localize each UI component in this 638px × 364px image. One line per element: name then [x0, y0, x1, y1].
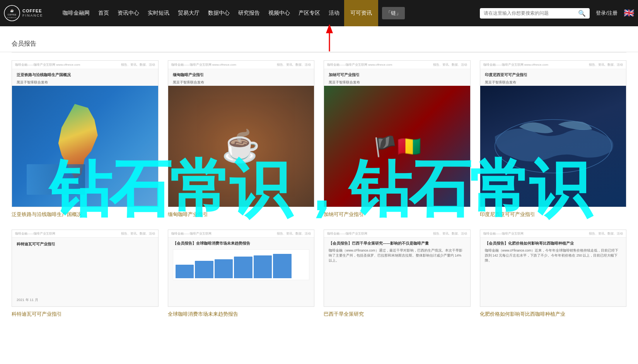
svg-text:FINANCE: FINANCE — [7, 17, 17, 19]
report-title-1: 泛亚铁路与沿线咖啡生产国概况 — [12, 69, 158, 79]
svg-text:☕: ☕ — [10, 9, 14, 12]
report-card-4[interactable]: 咖啡金融——咖啡产业互联网 www.cffnnce.com 报告、资讯、数据、活… — [480, 60, 627, 218]
report-image-3: 🏴󠁧󠁢󠥳󠁣󠁴󠁿🇬🇳 — [324, 86, 470, 207]
nav-item-activity[interactable]: 活动 — [325, 0, 343, 26]
logo-area[interactable]: ☕ COFFEE FINANCE COFFEE FINANCE — [4, 5, 58, 21]
report-thumbnail-3: 咖啡金融——咖啡产业互联网 www.cffnnce.com 报告、资讯、数据、活… — [324, 60, 471, 207]
search-box: 🔍 — [480, 8, 590, 19]
report-card-5[interactable]: 咖啡金融——咖啡产业互联网 报告、资讯、数据、活动 科特迪瓦可可产业指引 202… — [12, 230, 159, 318]
nav-item-logo-cn[interactable]: 咖啡金融网 — [59, 0, 94, 26]
nav-item-research[interactable]: 研究报告 — [234, 0, 264, 26]
logo-icon: ☕ COFFEE FINANCE — [4, 5, 20, 21]
nav-item-info[interactable]: 资讯中心 — [114, 0, 143, 26]
logo-text-bottom: FINANCE — [22, 14, 43, 18]
report-header-strip-1: 咖啡金融——咖啡产业互联网 www.cffnnce.com 报告、资讯、数据、活… — [12, 61, 158, 69]
svg-point-0 — [4, 5, 20, 21]
report-card-8[interactable]: 咖啡金融——咖啡产业互联网 报告、资讯、数据、活动 【会员报告】化肥价格如何影响… — [480, 230, 627, 318]
report-card-3[interactable]: 咖啡金融——咖啡产业互联网 www.cffnnce.com 报告、资讯、数据、活… — [324, 60, 471, 218]
nav-item-home[interactable]: 首页 — [94, 0, 113, 26]
reports-row-2: 咖啡金融——咖啡产业互联网 报告、资讯、数据、活动 科特迪瓦可可产业指引 202… — [12, 230, 626, 318]
nav-item-news[interactable]: 实时短讯 — [144, 0, 173, 26]
logo-text-top: COFFEE — [22, 9, 43, 14]
report-card-6[interactable]: 咖啡金融——咖啡产业互联网 报告、资讯、数据、活动 【会员报告】全球咖啡消费市场… — [168, 230, 315, 318]
nav-item-cacao[interactable]: 可可资讯 — [344, 0, 378, 26]
report-header-strip-6: 咖啡金融——咖啡产业互联网 报告、资讯、数据、活动 — [168, 230, 314, 238]
nav-item-trade[interactable]: 贸易大厅 — [174, 0, 203, 26]
main-nav: 咖啡金融网 首页 资讯中心 实时短讯 贸易大厅 数据中心 研究报告 视频中心 产… — [59, 0, 479, 26]
report-card-1[interactable]: 咖啡金融——咖啡产业互联网 www.cffnnce.com 报告、资讯、数据、活… — [12, 60, 159, 218]
report-name-1[interactable]: 泛亚铁路与沿线咖啡生产国概况 — [12, 211, 159, 218]
report-card-2[interactable]: 咖啡金融——咖啡产业互联网 www.cffnnce.com 报告、资讯、数据、活… — [168, 60, 315, 218]
report-thumbnail-4: 咖啡金融——咖啡产业互联网 www.cffnnce.com 报告、资讯、数据、活… — [480, 60, 627, 207]
report-thumbnail-7: 咖啡金融——咖啡产业互联网 报告、资讯、数据、活动 【会员报告】巴西干旱全策研究… — [324, 230, 471, 307]
report-title-6: 【会员报告】全球咖啡消费市场未来趋势报告 — [173, 241, 310, 246]
report-name-3[interactable]: 加纳可可产业指引 — [324, 211, 471, 218]
page-title: 会员报告 — [12, 40, 626, 48]
report-header-strip-4: 咖啡金融——咖啡产业互联网 www.cffnnce.com 报告、资讯、数据、活… — [480, 61, 626, 69]
report-image-1 — [12, 86, 158, 207]
report-name-4[interactable]: 印度尼西亚可可产业指引 — [480, 211, 627, 218]
search-button[interactable]: 🔍 — [578, 10, 586, 17]
reports-row-1: 咖啡金融——咖啡产业互联网 www.cffnnce.com 报告、资讯、数据、活… — [12, 60, 626, 218]
report-name-5[interactable]: 科特迪瓦可可产业指引 — [12, 311, 159, 318]
report-title-4: 印度尼西亚可可产业指引 — [480, 69, 626, 79]
nav-item-zone[interactable]: 产区专区 — [295, 0, 324, 26]
language-flag[interactable]: 🇬🇧 — [624, 8, 634, 18]
report-name-8[interactable]: 化肥价格如何影响哥比西咖啡种植产业 — [480, 311, 627, 318]
report-thumbnail-8: 咖啡金融——咖啡产业互联网 报告、资讯、数据、活动 【会员报告】化肥价格如何影响… — [480, 230, 627, 307]
report-image-4 — [480, 86, 626, 207]
report-thumbnail-1: 咖啡金融——咖啡产业互联网 www.cffnnce.com 报告、资讯、数据、活… — [12, 60, 159, 207]
report-thumbnail-6: 咖啡金融——咖啡产业互联网 报告、资讯、数据、活动 【会员报告】全球咖啡消费市场… — [168, 230, 315, 307]
report-title-2: 缅甸咖啡产业指引 — [168, 69, 314, 79]
page-title-area: 会员报告 — [0, 40, 638, 52]
report-sub-2: 黑豆子智库联合发布 — [168, 79, 314, 86]
report-title-3: 加纳可可产业指引 — [324, 69, 470, 79]
report-sub-3: 黑豆子智库联合发布 — [324, 79, 470, 86]
report-thumbnail-2: 咖啡金融——咖啡产业互联网 www.cffnnce.com 报告、资讯、数据、活… — [168, 60, 315, 207]
login-button[interactable]: 登录/注册 — [590, 10, 623, 17]
nav-item-chain[interactable]: 「链」 — [382, 7, 405, 19]
report-header-strip-7: 咖啡金融——咖啡产业互联网 报告、资讯、数据、活动 — [324, 230, 470, 238]
report-header-strip-5: 咖啡金融——咖啡产业互联网 报告、资讯、数据、活动 — [12, 230, 158, 238]
header: ☕ COFFEE FINANCE COFFEE FINANCE 咖啡金融网 首页… — [0, 0, 638, 26]
nav-item-data[interactable]: 数据中心 — [204, 0, 234, 26]
search-input[interactable] — [484, 10, 577, 16]
report-name-7[interactable]: 巴西干旱全策研究 — [324, 311, 471, 318]
report-title-7: 【会员报告】巴西干旱全策研究——影响的不仅是咖啡产量 — [329, 241, 466, 246]
report-header-strip-3: 咖啡金融——咖啡产业互联网 www.cffnnce.com 报告、资讯、数据、活… — [324, 61, 470, 69]
report-header-strip-2: 咖啡金融——咖啡产业互联网 www.cffnnce.com 报告、资讯、数据、活… — [168, 61, 314, 69]
report-title-8: 【会员报告】化肥价格如何影响哥比西咖啡种植产业 — [485, 241, 622, 246]
report-name-2[interactable]: 缅甸咖啡产业指引 — [168, 211, 315, 218]
report-thumbnail-5: 咖啡金融——咖啡产业互联网 报告、资讯、数据、活动 科特迪瓦可可产业指引 202… — [12, 230, 159, 307]
report-header-strip-8: 咖啡金融——咖啡产业互联网 报告、资讯、数据、活动 — [480, 230, 626, 238]
report-name-6[interactable]: 全球咖啡消费市场未来趋势报告 — [168, 311, 315, 318]
report-card-7[interactable]: 咖啡金融——咖啡产业互联网 报告、资讯、数据、活动 【会员报告】巴西干旱全策研究… — [324, 230, 471, 318]
svg-text:COFFEE: COFFEE — [8, 14, 17, 16]
report-title-5: 科特迪瓦可可产业指引 — [17, 242, 154, 247]
report-sub-4: 黑豆子智库联合发布 — [480, 79, 626, 86]
report-image-2: ☕ — [168, 86, 314, 207]
report-sub-1: 黑豆子智库联合发布 — [12, 79, 158, 86]
content-area: 钻石常识，钻石常识 咖啡金融——咖啡产业互联网 www.cffnnce.com … — [0, 53, 638, 325]
nav-item-video[interactable]: 视频中心 — [264, 0, 294, 26]
